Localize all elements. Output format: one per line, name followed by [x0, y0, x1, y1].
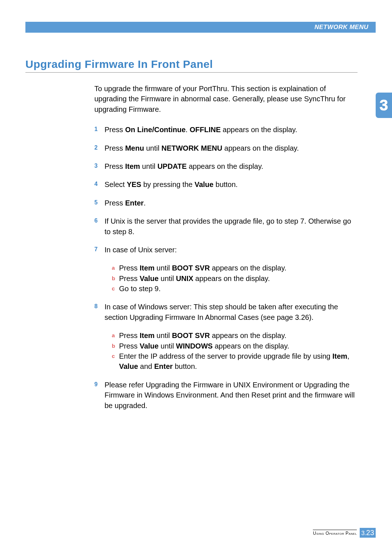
step-text: If Unix is the server that provides the …	[105, 216, 358, 237]
sub-text: Press Value until UNIX appears on the di…	[119, 273, 358, 284]
step-number: 5	[94, 198, 105, 208]
step-1: 1 Press On Line/Continue. OFFLINE appear…	[94, 125, 358, 135]
sub-letter: a	[112, 330, 119, 341]
sub-item-b: b Press Value until UNIX appears on the …	[112, 273, 358, 284]
sub-item-a: a Press Item until BOOT SVR appears on t…	[112, 263, 358, 273]
step-4: 4 Select YES by pressing the Value butto…	[94, 179, 358, 190]
step-number: 7	[94, 245, 105, 294]
step-text: Press Menu until NETWORK MENU appears on…	[105, 143, 358, 153]
step-number: 6	[94, 216, 105, 237]
sub-text: Enter the IP address of the server to pr…	[119, 351, 358, 372]
content-area: Upgrading Firmware In Front Panel To upg…	[25, 58, 358, 419]
footer-label: Using Operator Panel	[313, 530, 357, 536]
sub-item-a: a Press Item until BOOT SVR appears on t…	[112, 330, 358, 341]
step-5: 5 Press Enter.	[94, 198, 358, 208]
step-number: 8	[94, 302, 105, 371]
step-text: In case of Windows server: This step sho…	[105, 302, 358, 371]
chapter-tab: 3	[376, 93, 392, 118]
step-text: In case of Unix server: a Press Item unt…	[105, 245, 358, 294]
step-number: 2	[94, 143, 105, 153]
sub-item-b: b Press Value until WINDOWS appears on t…	[112, 341, 358, 351]
step-9: 9 Please refer Upgrading the Firmware in…	[94, 380, 358, 411]
header-label: NETWORK MENU	[314, 24, 368, 31]
intro-paragraph: To upgrade the firmware of your PortThru…	[94, 83, 358, 114]
chapter-tab-number: 3	[380, 97, 388, 114]
step-number: 9	[94, 380, 105, 411]
footer-chapter: 3.	[361, 530, 366, 536]
sub-text: Press Item until BOOT SVR appears on the…	[119, 263, 358, 273]
step-list: 1 Press On Line/Continue. OFFLINE appear…	[94, 125, 358, 411]
step-text: Press Enter.	[105, 198, 358, 208]
header-bar: NETWORK MENU	[25, 22, 376, 33]
sub-list: a Press Item until BOOT SVR appears on t…	[112, 263, 358, 294]
step-2: 2 Press Menu until NETWORK MENU appears …	[94, 143, 358, 153]
step-text: Select YES by pressing the Value button.	[105, 179, 358, 190]
step-number: 3	[94, 161, 105, 171]
step-text: Please refer Upgrading the Firmware in U…	[105, 380, 358, 411]
footer-page-number: 23	[366, 529, 374, 537]
sub-list: a Press Item until BOOT SVR appears on t…	[112, 330, 358, 372]
sub-letter: a	[112, 263, 119, 273]
sub-letter: c	[112, 284, 119, 294]
step-3: 3 Press Item until UPDATE appears on the…	[94, 161, 358, 171]
sub-text: Go to step 9.	[119, 284, 358, 294]
step-6: 6 If Unix is the server that provides th…	[94, 216, 358, 237]
step-text: Press On Line/Continue. OFFLINE appears …	[105, 125, 358, 135]
sub-text: Press Item until BOOT SVR appears on the…	[119, 330, 358, 341]
sub-item-c: c Go to step 9.	[112, 284, 358, 294]
step-8: 8 In case of Windows server: This step s…	[94, 302, 358, 371]
step-text: Press Item until UPDATE appears on the d…	[105, 161, 358, 171]
step-7: 7 In case of Unix server: a Press Item u…	[94, 245, 358, 294]
step-number: 4	[94, 179, 105, 190]
sub-text: Press Value until WINDOWS appears on the…	[119, 341, 358, 351]
sub-letter: b	[112, 341, 119, 351]
section-title: Upgrading Firmware In Front Panel	[25, 58, 358, 73]
sub-letter: b	[112, 273, 119, 284]
footer: Using Operator Panel 3.23	[313, 528, 376, 538]
step-number: 1	[94, 125, 105, 135]
sub-item-c: c Enter the IP address of the server to …	[112, 351, 358, 372]
sub-letter: c	[112, 351, 119, 372]
footer-page: 3.23	[360, 528, 376, 538]
